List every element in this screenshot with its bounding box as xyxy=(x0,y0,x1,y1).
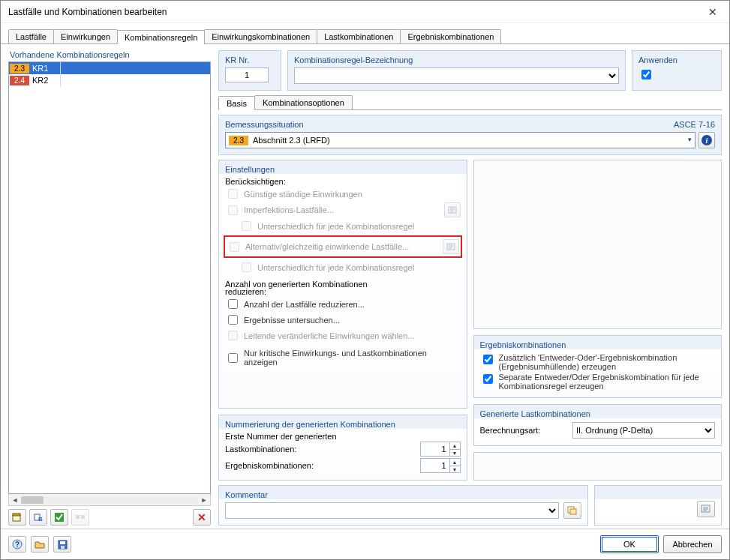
bemessung-info-button[interactable]: i xyxy=(698,132,715,148)
svg-rect-6 xyxy=(81,515,85,519)
lbl-imperfektion: Imperfektions-Lastfälle... xyxy=(244,205,334,214)
anwenden-title: Anwenden xyxy=(638,55,715,64)
tab-einwirkungskombinationen[interactable]: Einwirkungskombinationen xyxy=(204,29,317,43)
tab-lastkombinationen[interactable]: Lastkombinationen xyxy=(317,29,401,43)
kr-nr-input[interactable] xyxy=(225,67,269,82)
chk-ergebnisse[interactable] xyxy=(228,315,238,325)
horizontal-scrollbar[interactable]: ◄ ► xyxy=(8,494,211,506)
svg-rect-1 xyxy=(13,514,20,516)
lbl-entweder-oder-2: (Ergebnisumhüllende) erzeugen xyxy=(499,362,617,371)
tab-einwirkungen[interactable]: Einwirkungen xyxy=(53,29,118,43)
cancel-button[interactable]: Abbrechen xyxy=(663,535,722,553)
rule-badge: 2.4 xyxy=(10,76,29,85)
chk-kritisch[interactable] xyxy=(228,353,238,363)
check-rule-button[interactable] xyxy=(50,509,68,526)
genlastk-title: Generierte Lastkombinationen xyxy=(480,409,716,418)
right-extra-button[interactable] xyxy=(697,501,715,517)
chk-alternativ xyxy=(230,242,239,252)
alternativ-edit-button xyxy=(443,239,459,254)
bemessung-value: Abschnitt 2.3 (LRFD) xyxy=(253,136,330,145)
scroll-right-icon[interactable]: ► xyxy=(198,495,210,505)
chk-separate[interactable] xyxy=(483,374,493,384)
save-button[interactable] xyxy=(53,536,71,553)
nummerierung-title: Nummerierung der generierten Kombination… xyxy=(225,420,461,429)
info-icon: i xyxy=(701,135,712,145)
rule-row[interactable]: 2.3 KR1 xyxy=(9,62,210,74)
svg-rect-5 xyxy=(76,515,80,519)
ergk-spinner[interactable]: ▲ ▼ xyxy=(420,458,461,473)
svg-text:?: ? xyxy=(15,541,20,549)
tab-ergebniskombinationen[interactable]: Ergebniskombinationen xyxy=(400,29,501,43)
einstellungen-title: Einstellungen xyxy=(225,165,461,174)
ergebnis-title: Ergebniskombinationen xyxy=(480,340,716,349)
rule-list[interactable]: 2.3 KR1 2.4 KR2 xyxy=(8,61,211,494)
spin-down-icon[interactable]: ▼ xyxy=(449,466,460,472)
lbl-guenstig: Günstige ständige Einwirkungen xyxy=(244,190,362,199)
lastk-input[interactable] xyxy=(421,442,449,456)
chk-leitende xyxy=(228,331,238,340)
rule-name: KR2 xyxy=(32,76,48,85)
chevron-down-icon: ▾ xyxy=(688,136,692,143)
chk-unterschiedlich1 xyxy=(242,221,251,231)
nummerierung-sub: Erste Nummer der generierten xyxy=(225,432,461,441)
bemessung-select[interactable]: 2.3 Abschnitt 2.3 (LRFD) ▾ xyxy=(225,132,695,148)
lastk-spinner[interactable]: ▲ ▼ xyxy=(420,442,461,457)
lbl-entweder-oder-1: Zusätzlich 'Entweder-Oder'-Ergebniskombi… xyxy=(499,353,677,362)
chk-unterschiedlich2 xyxy=(242,262,251,272)
anwenden-checkbox[interactable] xyxy=(641,70,651,79)
spin-down-icon[interactable]: ▼ xyxy=(449,449,460,456)
bemessung-badge: 2.3 xyxy=(229,136,248,145)
imperfektion-edit-button xyxy=(444,202,461,217)
lbl-separate-2: Kombinationsregel erzeugen xyxy=(499,382,604,391)
window-title: Lastfälle und Kombinationen bearbeiten xyxy=(8,7,696,17)
tab-lastfaelle[interactable]: Lastfälle xyxy=(8,29,54,43)
svg-text:B: B xyxy=(38,516,43,522)
scroll-left-icon[interactable]: ◄ xyxy=(9,495,21,505)
spin-up-icon[interactable]: ▲ xyxy=(449,442,460,449)
delete-rule-button[interactable]: ✕ xyxy=(193,509,211,526)
ergk-label: Ergebniskombinationen: xyxy=(225,461,416,470)
kommentar-pick-button[interactable] xyxy=(563,502,581,519)
chk-imperfektion xyxy=(228,205,238,215)
ergk-input[interactable] xyxy=(421,459,449,472)
copy-rule-button[interactable]: B xyxy=(29,509,47,526)
help-button[interactable]: ? xyxy=(8,536,26,553)
lbl-separate-1: Separate Entweder/Oder Ergebniskombinati… xyxy=(499,373,699,382)
kr-nr-title: KR Nr. xyxy=(225,55,275,64)
lbl-anzahl: Anzahl der Lastfälle reduzieren... xyxy=(244,300,365,309)
bemessung-norm: ASCE 7-16 xyxy=(674,120,715,129)
tab-kombinationsregeln[interactable]: Kombinationsregeln xyxy=(117,30,205,44)
lastk-label: Lastkombinationen: xyxy=(225,445,416,454)
ok-button[interactable]: OK xyxy=(600,535,659,553)
berechnungsart-label: Berechnungsart: xyxy=(480,426,569,435)
lbl-leitende: Leitende veränderliche Einwirkungen wähl… xyxy=(244,331,414,340)
rule-row[interactable]: 2.4 KR2 xyxy=(9,74,210,86)
new-rule-button[interactable] xyxy=(8,509,26,526)
main-tabs: Lastfälle Einwirkungen Kombinationsregel… xyxy=(1,23,729,44)
bezeichnung-title: Kombinationsregel-Bezeichnung xyxy=(294,55,619,64)
disabled-rule-button xyxy=(71,509,89,526)
bezeichnung-select[interactable] xyxy=(294,67,619,84)
subtab-basis[interactable]: Basis xyxy=(218,96,255,110)
chk-anzahl[interactable] xyxy=(228,299,238,309)
left-title: Vorhandene Kombinationsregeln xyxy=(8,50,211,61)
subtab-kombinationsoptionen[interactable]: Kombinationsoptionen xyxy=(254,95,353,109)
lbl-unterschiedlich1: Unterschiedlich für jede Kombinationsreg… xyxy=(257,222,414,231)
lbl-ergebnisse: Ergebnisse untersuchen... xyxy=(244,316,340,325)
kommentar-select[interactable] xyxy=(225,502,559,519)
rule-badge: 2.3 xyxy=(10,64,29,73)
lbl-kritisch: Nur kritische Einwirkungs- und Lastkombi… xyxy=(244,349,461,367)
chk-entweder-oder[interactable] xyxy=(483,355,493,364)
lbl-unterschiedlich2: Unterschiedlich für jede Kombinationsreg… xyxy=(257,263,414,272)
bemessung-title: Bemessungssituation xyxy=(225,120,304,129)
svg-rect-10 xyxy=(570,509,576,514)
lbl-alternativ: Alternativ/gleichzeitig einwirkende Last… xyxy=(245,242,409,251)
berechnungsart-select[interactable]: II. Ordnung (P-Delta) xyxy=(572,422,715,439)
spin-up-icon[interactable]: ▲ xyxy=(449,459,460,466)
beruecksichtigen-label: Berücksichtigen: xyxy=(225,177,461,186)
close-icon[interactable]: ✕ xyxy=(696,1,729,23)
open-button[interactable] xyxy=(31,536,49,553)
chk-guenstig xyxy=(228,189,238,199)
rule-name: KR1 xyxy=(32,64,48,73)
svg-rect-16 xyxy=(61,546,65,549)
